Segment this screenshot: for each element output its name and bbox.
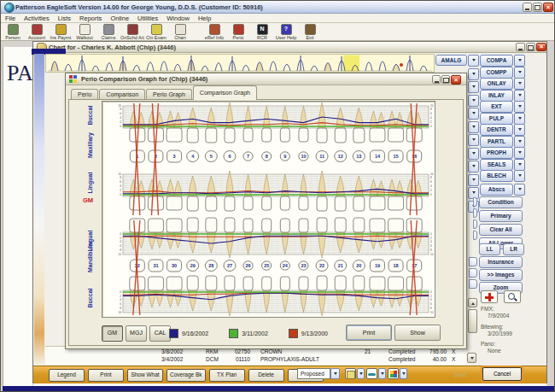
grid-tool-button[interactable] — [388, 368, 399, 379]
menu-item-file[interactable]: File — [1, 15, 20, 22]
note-tool-button[interactable] — [345, 368, 356, 379]
chart-maximize-button[interactable] — [526, 43, 535, 51]
action-button-clear-all[interactable]: Clear All — [479, 224, 523, 236]
proc-dropdown-compp[interactable] — [514, 67, 525, 79]
table-row[interactable]: 3/4/2002 DCM 01110 PROPHYLAXIS-ADULT Com… — [156, 356, 460, 364]
bottom-button-legend[interactable]: Legend — [49, 369, 85, 382]
toolbar-item-account[interactable]: Account — [25, 23, 49, 40]
chart-minimize-button[interactable] — [516, 43, 525, 51]
action-button-condition[interactable]: Condition — [479, 196, 523, 208]
proc-button-compp[interactable]: COMPP — [480, 67, 513, 79]
app-restore-button[interactable] — [533, 3, 542, 12]
toolbar-item-ins-paymt[interactable]: Ins Paymt — [49, 23, 73, 40]
proc-dropdown-partl[interactable] — [514, 136, 525, 148]
perio-graph-canvas[interactable]: 0022446688101000224466881010002244668810… — [102, 101, 435, 318]
action-button-primary[interactable]: Primary — [479, 210, 523, 222]
menu-item-reports[interactable]: Reports — [75, 15, 106, 22]
proc-button-abscs[interactable]: Abscs — [480, 184, 513, 196]
lower-left-button[interactable]: LL — [479, 243, 500, 255]
toggle-button-mgj[interactable]: MGJ — [126, 325, 147, 342]
menu-item-window[interactable]: Window — [162, 15, 194, 22]
dialog-maximize-button[interactable] — [441, 75, 450, 84]
chart-close-button[interactable]: × — [536, 43, 546, 51]
medical-alert-button[interactable] — [481, 290, 498, 303]
scroll-up-button[interactable] — [468, 298, 477, 307]
bottom-button-coverage-bk[interactable]: Coverage Bk — [166, 369, 206, 382]
hidden-proc-dropdown-4[interactable] — [468, 108, 479, 120]
tooth-chart-strip[interactable] — [45, 54, 435, 73]
lower-right-button[interactable]: LR — [503, 243, 524, 255]
print-button[interactable]: Print — [346, 325, 392, 341]
proc-dropdown-blech[interactable] — [514, 170, 525, 182]
show-button[interactable]: Show — [394, 325, 441, 341]
bottom-button-tx-plan[interactable]: TX Plan — [209, 369, 245, 382]
hidden-button-sliver[interactable] — [473, 219, 477, 229]
hidden-proc-dropdown-1[interactable] — [468, 68, 479, 80]
scroll-thumb[interactable] — [468, 309, 477, 333]
draw-tool-button[interactable] — [366, 368, 377, 379]
grid-tool-dropdown[interactable] — [400, 368, 407, 379]
toolbar-item-user-help[interactable]: ? User Help — [274, 23, 298, 40]
toggle-button-cal[interactable]: CAL — [149, 325, 171, 342]
toolbar-item-walkout[interactable]: Walkout — [73, 23, 96, 40]
hidden-proc-dropdown-8[interactable] — [468, 161, 479, 173]
proc-button-onlay[interactable]: ONLAY — [480, 78, 513, 90]
note-tool-dropdown[interactable] — [357, 368, 365, 379]
hidden-button-sliver[interactable] — [469, 257, 477, 266]
tab-comparison-graph[interactable]: Comparison Graph — [193, 85, 257, 100]
proc-button-inlay[interactable]: INLAY — [480, 90, 513, 102]
toolbar-item-exit[interactable]: Exit — [298, 23, 322, 40]
bottom-button-delete[interactable]: Delete — [248, 369, 284, 382]
toggle-button-gm[interactable]: GM — [102, 325, 123, 342]
menu-item-online[interactable]: Online — [106, 15, 133, 22]
proc-dropdown-dentr[interactable] — [514, 124, 525, 136]
hidden-button-sliver[interactable] — [473, 231, 477, 240]
hidden-proc-dropdown-2[interactable] — [468, 81, 479, 93]
hidden-proc-dropdown-3[interactable] — [468, 95, 479, 107]
proc-button-compa[interactable]: COMPA — [480, 55, 513, 67]
dialog-close-button[interactable]: × — [451, 75, 461, 85]
proc-dropdown-seals[interactable] — [514, 159, 525, 171]
table-row[interactable]: 3/8/2002 RKM 02750 CROWN 21 Completed 79… — [156, 348, 460, 356]
proc-button-dentr[interactable]: DENTR — [480, 124, 513, 136]
proc-button-ext[interactable]: EXT — [480, 101, 513, 113]
menu-item-help[interactable]: Help — [194, 15, 215, 22]
proc-dropdown-abscs[interactable] — [514, 184, 525, 196]
proc-dropdown-pulp[interactable] — [514, 113, 525, 125]
hidden-proc-dropdown-7[interactable] — [468, 148, 479, 160]
status-dropdown-arrow[interactable] — [330, 368, 340, 379]
toolbar-item-onschd-a-c[interactable]: OnSchd A/c — [120, 23, 144, 40]
bottom-button-print[interactable]: Print — [88, 369, 124, 382]
proc-button-partl[interactable]: PARTL — [480, 136, 513, 148]
status-dropdown[interactable]: Proposed — [297, 368, 330, 379]
app-minimize-button[interactable] — [523, 3, 532, 12]
dialog-minimize-button[interactable] — [432, 75, 441, 84]
hidden-proc-dropdown-0[interactable] — [468, 55, 479, 67]
toolbar-item-perio[interactable]: Perio — [226, 23, 250, 40]
toolbar-item-chart[interactable]: Chart — [168, 23, 192, 40]
proc-dropdown-compa[interactable] — [514, 55, 525, 67]
toolbar-item-claims[interactable]: Claims — [96, 23, 120, 40]
proc-dropdown-ext[interactable] — [514, 101, 525, 113]
menu-item-activities[interactable]: Activities — [20, 15, 54, 22]
menu-item-utilities[interactable]: Utilities — [133, 15, 162, 22]
hidden-button-sliver[interactable] — [469, 279, 477, 289]
proc-dropdown-proph[interactable] — [514, 147, 525, 159]
hidden-proc-dropdown-6[interactable] — [468, 134, 479, 146]
nav-button-insurance[interactable]: Insurance — [479, 256, 523, 268]
toolbar-item-cln-exam[interactable]: Cln Exam — [144, 23, 168, 40]
bottom-button-show-what[interactable]: Show What — [127, 369, 163, 382]
draw-tool-dropdown[interactable] — [378, 368, 386, 379]
menu-item-lists[interactable]: Lists — [54, 15, 75, 22]
cancel-button[interactable]: Cancel — [482, 367, 522, 381]
hidden-button-sliver[interactable] — [473, 208, 477, 218]
exam-zoom-button[interactable] — [504, 290, 521, 303]
proc-button-seals[interactable]: SEALS — [480, 159, 513, 171]
toolbar-item-eref-info[interactable]: eRef Info — [202, 23, 226, 40]
proc-button-blech[interactable]: BLECH — [480, 170, 513, 182]
hidden-button-sliver[interactable] — [469, 268, 477, 278]
proc-button-pulp[interactable]: PULP — [480, 113, 513, 125]
toolbar-item-rcr[interactable]: N RCR — [250, 23, 274, 40]
proc-button-proph[interactable]: PROPH — [480, 147, 513, 159]
app-close-button[interactable]: × — [543, 3, 553, 12]
